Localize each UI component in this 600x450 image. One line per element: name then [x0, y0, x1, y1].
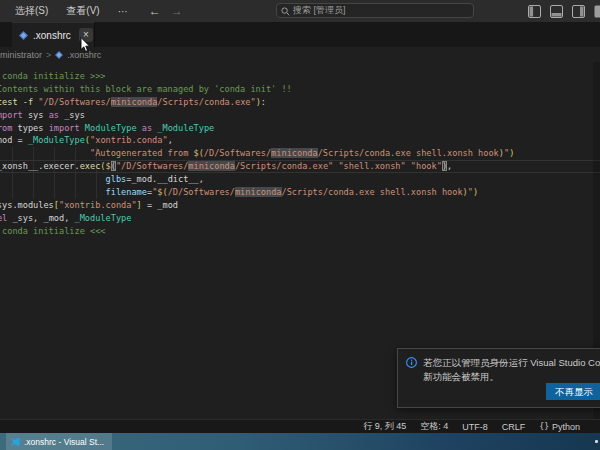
- breadcrumb-separator-icon: >: [46, 50, 51, 60]
- vscode-logo-icon: [11, 437, 20, 447]
- taskbar-vscode-button[interactable]: .xonshrc - Visual St...: [6, 433, 112, 450]
- customize-layout-icon[interactable]: [594, 5, 600, 18]
- code-line: _mod = _ModuleType("xontrib.conda",: [0, 134, 600, 147]
- code-line: "Autogenerated from $(/D/Softwares/minic…: [0, 147, 600, 160]
- tab-label: .xonshrc: [33, 30, 71, 41]
- xonshrc-file-icon: [55, 51, 63, 59]
- search-label: 搜索 [管理员]: [293, 4, 346, 17]
- breadcrumb-folder[interactable]: ministrator: [0, 50, 42, 60]
- forward-arrow-icon[interactable]: →: [171, 4, 183, 18]
- status-bar: 行 9, 列 45空格: 4UTF-8CRLF{}Python: [0, 419, 600, 433]
- notification-toast: 若您正以管理员身份运行 Visual Studio Code 用户 新功能会被禁…: [397, 348, 600, 408]
- menu-item[interactable]: 选择(S): [8, 2, 55, 20]
- menu-item[interactable]: 查看(V): [59, 2, 106, 20]
- toggle-panel-icon[interactable]: [550, 5, 563, 18]
- status-item--9-45[interactable]: 行 9, 列 45: [363, 420, 406, 433]
- code-line: # <<< conda initialize <<<: [0, 225, 600, 238]
- taskbar-tray-dot: [595, 440, 598, 443]
- toggle-sidebar-icon[interactable]: [528, 5, 541, 18]
- info-icon: [406, 357, 417, 368]
- code-line: _sys.modules["xontrib.conda"] = _mod: [0, 199, 600, 212]
- toggle-secondary-sidebar-icon[interactable]: [572, 5, 585, 18]
- code-line: from types import ModuleType as _ModuleT…: [0, 122, 600, 135]
- code-line: __xonsh__.execer.exec($("/D/Softwares/mi…: [0, 160, 600, 173]
- code-line: if !(test -f "/D/Softwares/miniconda/Scr…: [0, 96, 600, 109]
- code-line: # !! Contents within this block are mana…: [0, 83, 600, 96]
- taskbar-button-label: .xonshrc - Visual St...: [24, 437, 104, 447]
- code-lines: # >>> conda initialize >>># !! Contents …: [0, 70, 600, 238]
- menu-bar: 选择(S)查看(V)···: [0, 2, 135, 20]
- status-item--4[interactable]: 空格: 4: [420, 420, 448, 433]
- status-item-python[interactable]: {}Python: [539, 422, 580, 432]
- vscode-window: { "titlebar": { "menus": ["选择(S)", "查看(V…: [0, 0, 600, 450]
- status-item-utf-8[interactable]: UTF-8: [462, 422, 488, 432]
- code-line: del _sys, _mod, _ModuleType: [0, 212, 600, 225]
- mouse-pointer: [80, 37, 91, 57]
- code-line: import sys as _sys: [0, 109, 600, 122]
- code-line: glbs=_mod.__dict__,: [0, 173, 600, 186]
- status-item-crlf[interactable]: CRLF: [502, 422, 526, 432]
- language-mode-icon: {}: [539, 422, 549, 431]
- title-bar: 选择(S)查看(V)··· ← → 搜索 [管理员]: [0, 0, 600, 22]
- notification-message: 若您正以管理员身份运行 Visual Studio Code 用户 新功能会被禁…: [423, 356, 600, 383]
- search-icon: [281, 7, 290, 16]
- back-arrow-icon[interactable]: ←: [149, 4, 161, 18]
- windows-taskbar: .xonshrc - Visual St...: [0, 433, 600, 450]
- code-line: filename="$(/D/Softwares/miniconda/Scrip…: [0, 186, 600, 199]
- command-center-search[interactable]: 搜索 [管理员]: [276, 3, 474, 18]
- xonshrc-file-icon: [19, 31, 28, 40]
- menu-item[interactable]: ···: [111, 4, 135, 19]
- dont-show-again-button[interactable]: 不再显示: [546, 383, 600, 400]
- code-line: # >>> conda initialize >>>: [0, 70, 600, 83]
